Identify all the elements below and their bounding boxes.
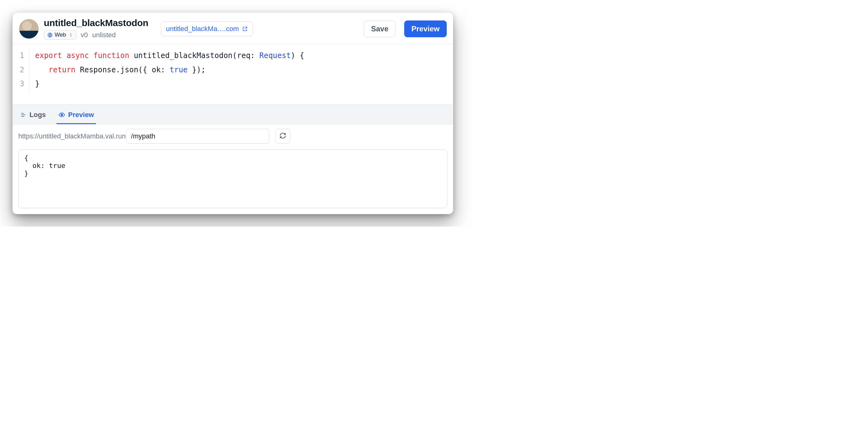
tab-logs[interactable]: Logs xyxy=(18,108,48,124)
preview-bar: https://untitled_blackMamba.val.run xyxy=(13,124,453,147)
tab-label: Logs xyxy=(30,111,46,119)
chevron-up-down-icon xyxy=(69,33,73,37)
tab-preview[interactable]: Preview xyxy=(57,108,96,124)
eye-icon xyxy=(58,112,65,118)
save-button[interactable]: Save xyxy=(364,21,396,37)
title-block: untitled_blackMastodon Web v0 unlisted xyxy=(44,18,148,40)
refresh-button[interactable] xyxy=(275,129,290,144)
line-number: 2 xyxy=(13,63,26,77)
line-gutter: 123 xyxy=(13,47,30,93)
line-number: 3 xyxy=(13,77,26,91)
editor-card: untitled_blackMastodon Web v0 unlisted u… xyxy=(12,12,453,214)
meta-row: Web v0 unlisted xyxy=(44,30,148,40)
bottom-tabs: LogsPreview xyxy=(13,104,453,124)
external-link-icon xyxy=(242,26,248,32)
globe-icon xyxy=(47,32,53,38)
tab-label: Preview xyxy=(68,111,94,119)
type-selector[interactable]: Web xyxy=(44,30,76,40)
code-content[interactable]: export async function untitled_blackMast… xyxy=(30,47,310,93)
refresh-icon xyxy=(279,132,286,140)
preview-button[interactable]: Preview xyxy=(404,21,447,37)
avatar[interactable] xyxy=(19,19,39,39)
base-url: https://untitled_blackMamba.val.run xyxy=(18,132,126,140)
preview-output: { ok: true } xyxy=(18,149,447,208)
header: untitled_blackMastodon Web v0 unlisted u… xyxy=(13,13,453,44)
line-number: 1 xyxy=(13,49,26,63)
svg-point-1 xyxy=(61,114,63,116)
type-label: Web xyxy=(55,32,66,38)
version-label: v0 xyxy=(81,31,88,39)
url-pill[interactable]: untitled_blackMa….com xyxy=(161,22,253,36)
code-editor[interactable]: 123 export async function untitled_black… xyxy=(13,44,453,104)
val-title: untitled_blackMastodon xyxy=(44,18,148,28)
visibility-label: unlisted xyxy=(92,31,116,39)
list-icon xyxy=(20,112,26,118)
url-text: untitled_blackMa….com xyxy=(166,25,239,33)
path-input[interactable] xyxy=(126,129,269,144)
